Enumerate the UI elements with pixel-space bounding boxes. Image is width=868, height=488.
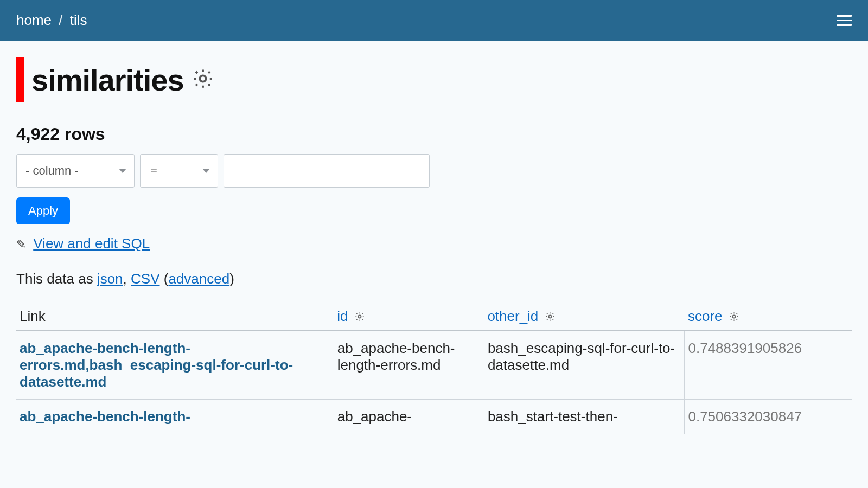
col-header-link: Link xyxy=(16,303,334,331)
breadcrumb: home / tils xyxy=(16,12,87,29)
table-row: ab_apache-bench-length- ab_apache- bash_… xyxy=(16,400,852,434)
chevron-down-icon xyxy=(119,169,126,173)
col-header-other-id-link[interactable]: other_id xyxy=(487,308,538,324)
gear-icon[interactable] xyxy=(542,308,556,324)
col-header-other-id[interactable]: other_id xyxy=(484,303,685,331)
filter-op-select[interactable]: = xyxy=(140,154,218,188)
row-link[interactable]: ab_apache-bench-length- xyxy=(20,408,190,425)
cell-other-id: bash_start-test-then- xyxy=(484,400,685,434)
menu-icon[interactable] xyxy=(837,12,852,29)
data-table: Link id other_id score ab_apache-bench-l… xyxy=(16,303,852,434)
title-accent-bar xyxy=(16,57,24,102)
col-header-id-link[interactable]: id xyxy=(337,308,348,324)
svg-point-0 xyxy=(200,75,206,81)
export-json-link[interactable]: json xyxy=(97,271,123,287)
gear-icon[interactable] xyxy=(726,308,739,324)
col-header-score[interactable]: score xyxy=(685,303,852,331)
filter-column-value: - column - xyxy=(25,164,79,178)
export-paren-open: ( xyxy=(159,271,168,287)
filter-column-select[interactable]: - column - xyxy=(16,154,135,188)
breadcrumb-sep: / xyxy=(55,12,66,28)
col-header-score-link[interactable]: score xyxy=(688,308,723,324)
export-csv-link[interactable]: CSV xyxy=(131,271,159,287)
gear-icon[interactable] xyxy=(352,308,365,324)
col-header-id[interactable]: id xyxy=(334,303,484,331)
cell-score: 0.7488391905826 xyxy=(685,331,852,400)
svg-point-3 xyxy=(732,316,735,318)
export-sep: , xyxy=(123,271,131,287)
page-title: similarities xyxy=(31,62,184,98)
export-line: This data as json, CSV (advanced) xyxy=(16,271,852,287)
export-prefix: This data as xyxy=(16,271,97,287)
row-count: 4,922 rows xyxy=(16,124,852,144)
breadcrumb-home[interactable]: home xyxy=(16,12,52,28)
pencil-icon: ✎ xyxy=(16,237,26,251)
table-header-row: Link id other_id score xyxy=(16,303,852,331)
apply-button[interactable]: Apply xyxy=(16,197,70,224)
gear-icon[interactable] xyxy=(192,67,214,92)
breadcrumb-db[interactable]: tils xyxy=(70,12,87,28)
cell-id: ab_apache- xyxy=(334,400,484,434)
filter-value-input[interactable] xyxy=(224,154,430,188)
export-advanced-link[interactable]: advanced xyxy=(168,271,229,287)
cell-score: 0.7506332030847 xyxy=(685,400,852,434)
svg-point-1 xyxy=(358,316,361,318)
table-row: ab_apache-bench-length-errors.md,bash_es… xyxy=(16,331,852,400)
cell-other-id: bash_escaping-sql-for-curl-to-datasette.… xyxy=(484,331,685,400)
svg-point-2 xyxy=(548,316,551,318)
export-paren-close: ) xyxy=(229,271,234,287)
cell-id: ab_apache-bench-length-errors.md xyxy=(334,331,484,400)
view-edit-sql-link[interactable]: View and edit SQL xyxy=(33,235,150,252)
filter-op-value: = xyxy=(150,164,157,178)
chevron-down-icon xyxy=(202,169,210,173)
row-link[interactable]: ab_apache-bench-length-errors.md,bash_es… xyxy=(20,340,293,390)
